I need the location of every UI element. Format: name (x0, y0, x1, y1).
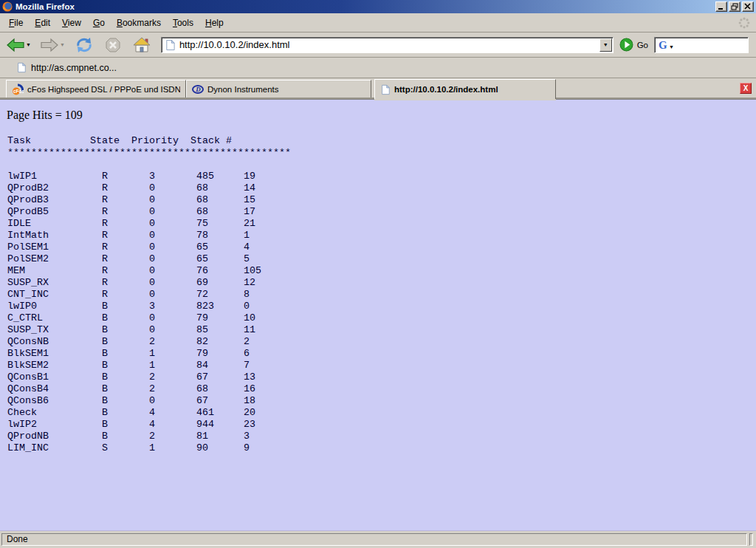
svg-text:cFos: cFos (13, 89, 24, 94)
tab-label[interactable]: cFos Highspeed DSL / PPPoE und ISDN CAP.… (27, 85, 180, 94)
reload-button[interactable] (74, 35, 94, 55)
tab-label[interactable]: http://10.0.10.2/index.html (394, 85, 498, 94)
reload-icon (75, 37, 93, 53)
menu-file[interactable]: File (3, 16, 29, 30)
svg-text:G: G (659, 39, 667, 51)
window-title: Mozilla Firefox (16, 0, 75, 13)
bookmarks-toolbar: http://as.cmpnet.co... (0, 58, 756, 78)
bookmark-page-icon (16, 62, 27, 73)
browser-content: Page Hits = 109 Task State Priority Stac… (0, 99, 756, 530)
home-icon (133, 37, 151, 52)
status-text: Done (1, 533, 747, 546)
back-dropdown-icon[interactable]: ▼ (26, 42, 31, 47)
bookmark-item[interactable]: http://as.cmpnet.co... (31, 63, 117, 73)
cfos-icon: cFos (12, 83, 24, 95)
tab-index-html-active[interactable]: http://10.0.10.2/index.html (374, 79, 556, 99)
menu-bookmarks[interactable]: Bookmarks (111, 16, 167, 30)
navigation-toolbar: ▼ ▼ (0, 32, 756, 58)
back-arrow-icon (6, 38, 25, 52)
minimize-button[interactable] (715, 1, 727, 12)
menu-tools[interactable]: Tools (167, 16, 199, 30)
back-button[interactable]: ▼ (4, 36, 32, 54)
forward-button[interactable]: ▼ (38, 36, 66, 54)
forward-dropdown-icon[interactable]: ▼ (60, 42, 65, 47)
page-icon (165, 39, 176, 51)
search-input[interactable]: G ▼ (654, 37, 749, 53)
stop-icon (105, 37, 121, 53)
go-icon[interactable] (619, 38, 633, 52)
forward-arrow-icon (40, 38, 59, 52)
tab-dynon[interactable]: D Dynon Instruments (186, 80, 371, 97)
url-text[interactable]: http://10.0.10.2/index.html (179, 39, 596, 50)
search-engine-dropdown-icon[interactable]: ▼ (669, 44, 674, 49)
status-resize-grip[interactable] (749, 533, 753, 546)
home-button[interactable] (131, 35, 152, 54)
url-dropdown-button[interactable]: ▼ (599, 38, 612, 52)
status-bar: Done (0, 530, 756, 548)
stop-button[interactable] (103, 35, 123, 55)
svg-text:D: D (195, 86, 201, 93)
page-icon (380, 84, 391, 95)
page-hits-text: Page Hits = 109 (0, 100, 756, 122)
firefox-logo-icon (2, 1, 13, 12)
menu-go[interactable]: Go (87, 16, 111, 30)
url-input[interactable]: http://10.0.10.2/index.html ▼ (161, 37, 614, 53)
tab-bar: cFos cFos Highspeed DSL / PPPoE und ISDN… (0, 78, 756, 99)
go-button[interactable]: Go (637, 41, 648, 49)
title-bar: Mozilla Firefox (0, 0, 756, 13)
menu-edit[interactable]: Edit (29, 16, 56, 30)
throbber-icon (738, 17, 750, 29)
menu-help[interactable]: Help (199, 16, 230, 30)
google-logo-icon[interactable]: G ▼ (658, 38, 674, 51)
dynon-icon: D (192, 83, 204, 95)
menu-bar: File Edit View Go Bookmarks Tools Help (0, 13, 756, 32)
restore-button[interactable] (729, 1, 740, 12)
tab-label[interactable]: Dynon Instruments (207, 85, 279, 94)
close-button[interactable] (742, 1, 754, 12)
tab-cfos[interactable]: cFos cFos Highspeed DSL / PPPoE und ISDN… (6, 80, 186, 97)
menu-view[interactable]: View (56, 16, 87, 30)
close-tab-button[interactable]: X (740, 83, 752, 94)
task-table-pre: Task State Priority Stack # ************… (0, 135, 756, 454)
